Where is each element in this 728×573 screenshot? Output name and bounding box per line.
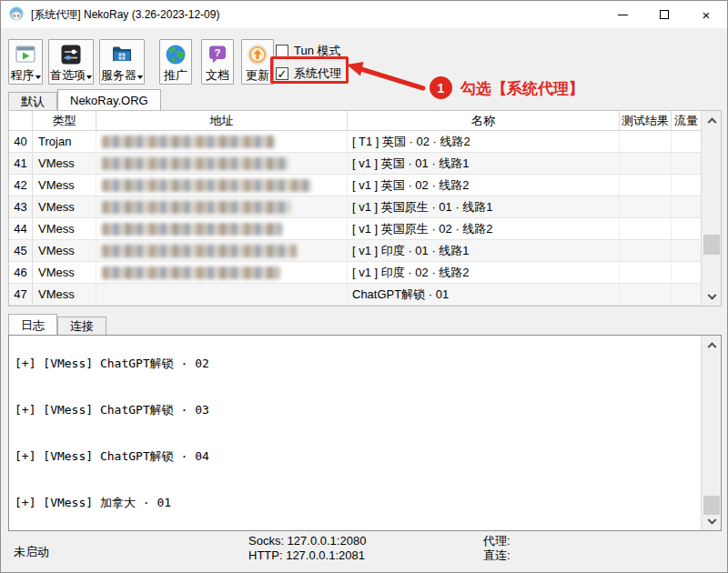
row-name: [ v1 ] 印度 · 02 · 线路2 bbox=[348, 262, 620, 283]
tab-log[interactable]: 日志 bbox=[8, 314, 57, 335]
program-button[interactable]: 程序 bbox=[8, 39, 43, 85]
header-name[interactable]: 名称 bbox=[348, 111, 620, 130]
scroll-up-icon[interactable] bbox=[702, 111, 722, 127]
row-traffic bbox=[672, 262, 701, 283]
address-redacted bbox=[102, 245, 297, 257]
preferences-button[interactable]: 首选项 bbox=[48, 39, 94, 85]
log-line: [+] [VMess] 加拿大 · 01 bbox=[15, 495, 699, 510]
scroll-down-icon[interactable] bbox=[702, 289, 722, 306]
log-line: [+] [VMess] ChatGPT解锁 · 02 bbox=[15, 356, 699, 371]
checkbox-unchecked-icon[interactable] bbox=[276, 45, 288, 57]
highlight-box bbox=[270, 56, 349, 84]
row-type: VMess bbox=[33, 175, 96, 196]
row-test-result bbox=[620, 218, 672, 239]
servers-button[interactable]: 服务器 bbox=[99, 39, 145, 85]
row-test-result bbox=[620, 131, 672, 152]
address-redacted bbox=[102, 223, 282, 236]
server-folder-icon bbox=[110, 43, 134, 66]
close-icon: × bbox=[703, 8, 711, 22]
row-traffic bbox=[672, 196, 701, 217]
table-scrollbar[interactable] bbox=[701, 111, 721, 306]
servers-label: 服务器 bbox=[101, 68, 136, 82]
row-type: Trojan bbox=[33, 131, 96, 152]
row-address bbox=[96, 196, 348, 217]
preferences-label: 首选项 bbox=[50, 68, 86, 82]
tab-connections[interactable]: 连接 bbox=[57, 317, 106, 335]
menu-indicator-icon bbox=[137, 75, 143, 79]
row-traffic bbox=[672, 175, 701, 196]
table-row[interactable]: 40 Trojan [ T1 ] 英国 · 02 · 线路2 bbox=[9, 131, 721, 153]
direct-traffic-label: 直连: bbox=[483, 548, 511, 563]
tab-default-group[interactable]: 默认 bbox=[8, 92, 57, 110]
header-address[interactable]: 地址 bbox=[96, 111, 348, 130]
address-redacted bbox=[102, 201, 291, 214]
table-row[interactable]: 42 VMess [ v1 ] 英国 · 02 · 线路2 bbox=[9, 175, 721, 196]
scrollbar-thumb[interactable] bbox=[703, 235, 720, 255]
nekoray-window: [系统代理] NekoRay (3.26-2023-12-09) × 程序 bbox=[0, 0, 728, 573]
promotion-label: 推广 bbox=[164, 69, 187, 82]
row-test-result bbox=[620, 196, 672, 217]
row-number: 40 bbox=[9, 131, 33, 152]
tab-nekoray-org-group[interactable]: NekoRay.ORG bbox=[57, 89, 161, 110]
row-name: [ v1 ] 英国 · 02 · 线路2 bbox=[348, 175, 620, 196]
server-table: 类型 地址 名称 测试结果 流量 40 Trojan [ T1 ] 英国 · 0… bbox=[8, 110, 722, 307]
row-address bbox=[96, 153, 348, 174]
log-pane[interactable]: [+] [VMess] ChatGPT解锁 · 02 [+] [VMess] C… bbox=[8, 335, 722, 531]
scroll-down-icon[interactable] bbox=[702, 514, 722, 530]
log-scrollbar[interactable] bbox=[701, 336, 721, 530]
bottom-tab-bar: 日志 连接 bbox=[8, 314, 106, 335]
log-line: [+] [VMess] ChatGPT解锁 · 03 bbox=[15, 402, 699, 417]
table-row[interactable]: 45 VMess [ v1 ] 印度 · 01 · 线路1 bbox=[9, 240, 721, 262]
program-label: 程序 bbox=[11, 68, 35, 82]
row-name: [ T1 ] 英国 · 02 · 线路2 bbox=[348, 131, 620, 152]
header-traffic[interactable]: 流量 bbox=[672, 111, 701, 130]
row-type: VMess bbox=[33, 218, 96, 239]
row-test-result bbox=[620, 284, 672, 305]
traffic-labels: 代理: 直连: bbox=[483, 534, 511, 563]
globe-icon bbox=[164, 43, 187, 66]
row-number: 46 bbox=[9, 262, 33, 283]
scrollbar-thumb[interactable] bbox=[703, 496, 720, 515]
docs-button[interactable]: ? 文档 bbox=[201, 39, 234, 85]
row-number: 42 bbox=[9, 175, 33, 196]
proxy-traffic-label: 代理: bbox=[483, 534, 511, 548]
table-row[interactable]: 47 VMess ChatGPT解锁 · 01 bbox=[9, 284, 721, 306]
header-test-result[interactable]: 测试结果 bbox=[620, 111, 672, 130]
maximize-icon bbox=[660, 10, 669, 19]
listen-addresses: Socks: 127.0.0.1:2080 HTTP: 127.0.0.1:20… bbox=[248, 534, 366, 563]
minimize-button[interactable] bbox=[602, 1, 643, 28]
row-type: VMess bbox=[33, 262, 96, 283]
table-row[interactable]: 44 VMess [ v1 ] 英国原生 · 02 · 线路2 bbox=[9, 218, 721, 240]
table-row[interactable]: 43 VMess [ v1 ] 英国原生 · 01 · 线路1 bbox=[9, 196, 721, 218]
row-name: [ v1 ] 英国 · 01 · 线路1 bbox=[348, 153, 620, 174]
minimize-icon bbox=[618, 15, 628, 15]
http-address: HTTP: 127.0.0.1:2081 bbox=[248, 548, 366, 563]
question-bubble-icon: ? bbox=[206, 43, 229, 66]
preferences-sliders-icon bbox=[59, 43, 83, 66]
program-window-play-icon bbox=[14, 43, 37, 66]
row-traffic bbox=[672, 284, 701, 305]
scroll-up-icon[interactable] bbox=[702, 336, 722, 352]
table-row[interactable]: 41 VMess [ v1 ] 英国 · 01 · 线路1 bbox=[9, 153, 721, 175]
update-button[interactable]: 更新 bbox=[241, 39, 274, 85]
maximize-button[interactable] bbox=[643, 1, 685, 28]
row-number: 47 bbox=[9, 284, 33, 305]
menu-indicator-icon bbox=[35, 75, 41, 79]
address-redacted bbox=[102, 136, 275, 148]
row-address bbox=[96, 218, 348, 239]
close-button[interactable]: × bbox=[685, 1, 727, 28]
title-bar: [系统代理] NekoRay (3.26-2023-12-09) × bbox=[1, 1, 727, 28]
promotion-button[interactable]: 推广 bbox=[159, 39, 192, 85]
socks-address: Socks: 127.0.0.1:2080 bbox=[248, 534, 366, 548]
annotation-text: 勾选【系统代理】 bbox=[460, 78, 584, 99]
header-type[interactable]: 类型 bbox=[33, 111, 96, 130]
row-test-result bbox=[620, 153, 672, 174]
table-row[interactable]: 46 VMess [ v1 ] 印度 · 02 · 线路2 bbox=[9, 262, 721, 284]
row-type: VMess bbox=[33, 196, 96, 217]
toolbar: 程序 首选项 服务器 bbox=[8, 39, 274, 85]
log-content: [+] [VMess] ChatGPT解锁 · 02 [+] [VMess] C… bbox=[15, 336, 699, 530]
row-traffic bbox=[672, 240, 701, 261]
row-test-result bbox=[620, 240, 672, 261]
row-traffic bbox=[672, 153, 701, 174]
group-tab-bar: 默认 NekoRay.ORG bbox=[8, 89, 161, 110]
